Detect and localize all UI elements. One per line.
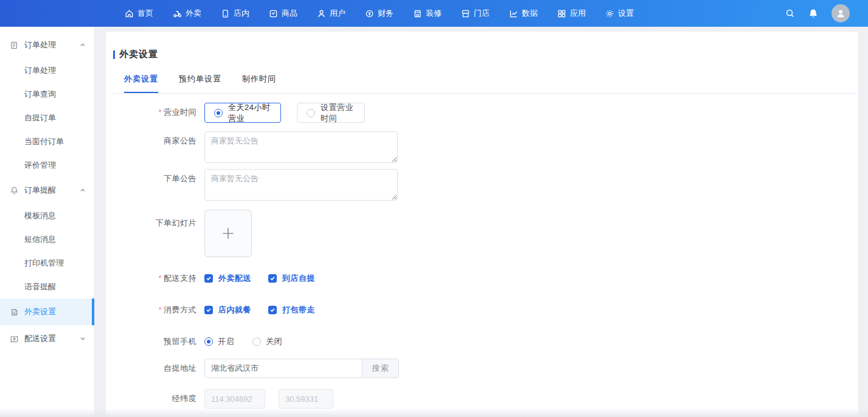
radio-selected-icon bbox=[204, 337, 213, 346]
nav-item-data[interactable]: 数据 bbox=[509, 8, 538, 19]
sidebar-group-label: 订单处理 bbox=[24, 40, 80, 50]
checkbox-label: 外卖配送 bbox=[218, 273, 251, 284]
delivery-support-row: 配送支持 外卖配送 到店自提 bbox=[113, 273, 858, 284]
user-avatar[interactable] bbox=[832, 4, 850, 22]
nav-item-finance[interactable]: 财务 bbox=[365, 8, 394, 19]
plus-icon bbox=[220, 226, 236, 241]
slide-upload-button[interactable] bbox=[204, 210, 252, 257]
tab-preparation-time[interactable]: 制作时间 bbox=[242, 74, 276, 93]
nav-item-decorate[interactable]: 装修 bbox=[413, 8, 442, 19]
dine-in-checkbox[interactable]: 店内就餐 bbox=[204, 305, 251, 315]
pickup-address-label: 自提地址 bbox=[113, 359, 204, 378]
checkbox-label: 打包带走 bbox=[282, 305, 315, 315]
tab-reservation-settings[interactable]: 预约单设置 bbox=[179, 74, 221, 93]
sidebar-item-label: 短信消息 bbox=[24, 234, 56, 245]
sidebar-item-label: 当面付订单 bbox=[24, 136, 64, 147]
sidebar-item-label: 模板消息 bbox=[24, 210, 56, 221]
radio-option-label: 关闭 bbox=[266, 336, 282, 347]
sidebar-item-label: 打印机管理 bbox=[24, 258, 64, 269]
order-slides-label: 下单幻灯片 bbox=[113, 210, 204, 257]
sidebar-item-facepay-orders[interactable]: 当面付订单 bbox=[0, 129, 94, 153]
nav-item-home[interactable]: 首页 bbox=[125, 8, 153, 19]
nav-item-label: 首页 bbox=[137, 8, 153, 19]
merchant-notice-textarea[interactable] bbox=[204, 131, 398, 163]
chevron-up-icon bbox=[80, 187, 86, 193]
sidebar-item-pickup-orders[interactable]: 自提订单 bbox=[0, 106, 94, 129]
sidebar-group-order-reminder[interactable]: 订单提醒 bbox=[0, 177, 94, 204]
sidebar-item-label: 外卖设置 bbox=[24, 306, 86, 317]
sidebar-item-review-management[interactable]: 评价管理 bbox=[0, 153, 94, 177]
nav-item-stores[interactable]: 门店 bbox=[461, 8, 490, 19]
checkbox-label: 店内就餐 bbox=[218, 305, 251, 315]
nav-item-settings[interactable]: 设置 bbox=[605, 8, 634, 19]
takeout-settings-panel: 外卖设置 外卖设置 预约单设置 制作时间 营业时间 全天24小时营业 bbox=[106, 32, 858, 417]
order-notice-textarea[interactable] bbox=[204, 169, 398, 201]
top-navbar: 首页 外卖 店内 商品 用户 财务 装修 门店 bbox=[0, 0, 868, 27]
sidebar-item-voice-reminder[interactable]: 语音提醒 bbox=[0, 275, 94, 298]
order-notice-row: 下单公告 bbox=[113, 169, 858, 201]
radio-selected-icon bbox=[214, 109, 223, 117]
search-icon[interactable] bbox=[785, 9, 795, 18]
reserved-phone-row: 预留手机 开启 关闭 bbox=[113, 336, 858, 347]
nav-item-label: 用户 bbox=[330, 8, 345, 19]
checkbox-checked-icon bbox=[204, 306, 213, 314]
home-icon bbox=[125, 9, 134, 18]
nav-item-apps[interactable]: 应用 bbox=[557, 8, 586, 19]
sidebar: 订单处理 订单处理 订单查询 自提订单 当面付订单 评价管理 订单提醒 模板消息… bbox=[0, 27, 95, 417]
page-title-row: 外卖设置 bbox=[113, 49, 858, 60]
finance-icon bbox=[365, 9, 374, 18]
user-icon bbox=[317, 9, 326, 18]
goods-icon bbox=[269, 9, 278, 18]
nav-item-instore[interactable]: 店内 bbox=[221, 8, 249, 19]
decorate-icon bbox=[413, 9, 422, 18]
sidebar-item-takeout-settings[interactable]: 外卖设置 bbox=[0, 298, 94, 325]
address-search-button[interactable]: 搜索 bbox=[363, 359, 399, 378]
consume-mode-label: 消费方式 bbox=[113, 305, 204, 315]
phone-on-radio[interactable]: 开启 bbox=[204, 336, 234, 347]
order-slides-row: 下单幻灯片 bbox=[113, 210, 858, 257]
pickup-address-input[interactable] bbox=[204, 359, 363, 378]
takeout-delivery-checkbox[interactable]: 外卖配送 bbox=[204, 273, 251, 284]
order-notice-label: 下单公告 bbox=[113, 169, 204, 201]
nav-item-label: 应用 bbox=[570, 8, 586, 19]
nav-item-takeout[interactable]: 外卖 bbox=[173, 8, 201, 19]
custom-hours-radio-option[interactable]: 设置营业时间 bbox=[297, 103, 365, 123]
chevron-up-icon bbox=[80, 42, 86, 48]
store-pickup-checkbox[interactable]: 到店自提 bbox=[268, 273, 315, 284]
delivery-map-icon bbox=[10, 334, 19, 343]
checkbox-label: 到店自提 bbox=[282, 273, 315, 284]
sidebar-item-sms-messages[interactable]: 短信消息 bbox=[0, 227, 94, 251]
sidebar-item-template-messages[interactable]: 模板消息 bbox=[0, 204, 94, 227]
phone-off-radio[interactable]: 关闭 bbox=[252, 336, 282, 347]
checkbox-checked-icon bbox=[268, 274, 277, 283]
nav-item-label: 店内 bbox=[234, 8, 249, 19]
latitude-input bbox=[279, 389, 333, 408]
sidebar-group-label: 配送设置 bbox=[24, 333, 80, 344]
sidebar-group-order-processing[interactable]: 订单处理 bbox=[0, 32, 94, 58]
page-title: 外卖设置 bbox=[119, 49, 158, 60]
main-content-area: 外卖设置 外卖设置 预约单设置 制作时间 营业时间 全天24小时营业 bbox=[95, 27, 868, 417]
radio-unselected-icon bbox=[307, 109, 315, 117]
sidebar-group-label: 订单提醒 bbox=[24, 185, 80, 196]
nav-item-label: 设置 bbox=[618, 8, 634, 19]
nav-item-label: 商品 bbox=[282, 8, 297, 19]
sidebar-item-label: 订单处理 bbox=[24, 65, 56, 76]
sidebar-item-printer-management[interactable]: 打印机管理 bbox=[0, 251, 94, 275]
takeout-scooter-icon bbox=[173, 9, 182, 18]
nav-right-actions bbox=[785, 4, 850, 22]
nav-item-goods[interactable]: 商品 bbox=[269, 8, 297, 19]
all-day-radio-option[interactable]: 全天24小时营业 bbox=[204, 103, 281, 123]
takeaway-checkbox[interactable]: 打包带走 bbox=[268, 305, 315, 315]
takeout-settings-form: 营业时间 全天24小时营业 设置营业时间 商家公告 bbox=[113, 103, 858, 408]
sidebar-item-order-query[interactable]: 订单查询 bbox=[0, 82, 94, 106]
longitude-input bbox=[204, 389, 265, 408]
settings-tabs: 外卖设置 预约单设置 制作时间 bbox=[113, 74, 856, 94]
pickup-address-row: 自提地址 搜索 bbox=[113, 359, 858, 378]
notification-bell-icon[interactable] bbox=[808, 9, 818, 18]
sidebar-group-delivery-settings[interactable]: 配送设置 bbox=[0, 325, 94, 352]
sidebar-item-order-processing[interactable]: 订单处理 bbox=[0, 58, 94, 82]
settings-gear-icon bbox=[605, 9, 614, 18]
nav-item-users[interactable]: 用户 bbox=[317, 8, 345, 19]
tab-takeout-settings[interactable]: 外卖设置 bbox=[124, 74, 158, 93]
instore-icon bbox=[221, 9, 230, 18]
